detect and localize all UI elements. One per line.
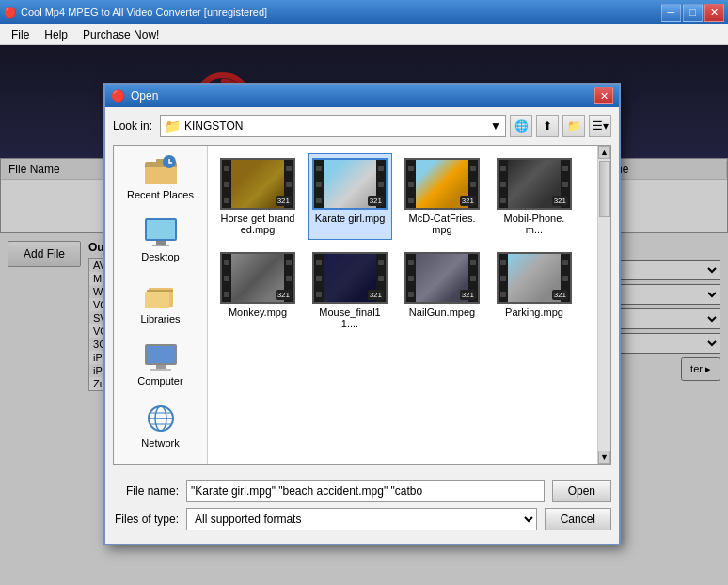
chevron-down-icon: ▼ bbox=[490, 119, 501, 133]
file-item-horse[interactable]: 321 Horse get branded.mpg bbox=[215, 153, 300, 240]
file-item-parking[interactable]: 321 Parking.mpg bbox=[492, 247, 577, 334]
app-close-button[interactable]: ✕ bbox=[704, 4, 724, 22]
file-name-label: File name: bbox=[113, 484, 179, 498]
app-icon: 🔴 bbox=[4, 7, 17, 19]
folder-icon: 📁 bbox=[165, 119, 181, 134]
nav-desktop[interactable]: Desktop bbox=[114, 208, 207, 270]
cancel-button[interactable]: Cancel bbox=[545, 508, 611, 530]
look-in-select[interactable]: 📁 KINGSTON ▼ bbox=[160, 115, 506, 137]
look-in-value: KINGSTON bbox=[184, 119, 243, 133]
file-item-nailgun[interactable]: 321 NailGun.mpeg bbox=[400, 247, 484, 334]
network-label: Network bbox=[141, 437, 179, 449]
svg-rect-15 bbox=[156, 365, 166, 369]
dialog-bottom: File name: Open Files of type: All suppo… bbox=[105, 472, 619, 544]
dialog-title: Open bbox=[131, 89, 158, 103]
dialog-icon: 🔴 bbox=[111, 89, 125, 103]
dialog-close-button[interactable]: ✕ bbox=[594, 87, 613, 104]
maximize-button[interactable]: □ bbox=[683, 4, 703, 22]
dialog-overlay: 🔴 Open ✕ Look in: 📁 KINGSTON ▼ bbox=[0, 45, 728, 585]
svg-rect-12 bbox=[147, 290, 173, 292]
file-item-mouse[interactable]: 321 Mouse_final11.... bbox=[308, 247, 392, 334]
file-thumbnail-mobil: 321 bbox=[497, 158, 572, 210]
svg-rect-7 bbox=[147, 220, 175, 239]
dialog-title-bar: 🔴 Open ✕ bbox=[105, 85, 619, 107]
recent-places-label: Recent Places bbox=[127, 189, 194, 200]
file-item-mcd[interactable]: 321 McD-CatFries.mpg bbox=[400, 153, 484, 240]
file-label-nailgun: NailGun.mpeg bbox=[409, 307, 475, 318]
title-bar: 🔴 Cool Mp4 MPEG to All Video Converter [… bbox=[0, 0, 728, 24]
file-label-mobil: Mobil-Phone.m... bbox=[497, 213, 572, 235]
file-name-input[interactable] bbox=[186, 480, 545, 502]
menu-file[interactable]: File bbox=[4, 26, 37, 43]
svg-rect-11 bbox=[145, 292, 169, 308]
nav-back-button[interactable]: 🌐 bbox=[510, 115, 532, 137]
file-thumbnail-mcd: 321 bbox=[404, 158, 480, 210]
nav-computer[interactable]: Computer bbox=[114, 332, 207, 394]
file-thumbnail-monkey: 321 bbox=[220, 252, 295, 304]
nav-libraries[interactable]: Libraries bbox=[114, 270, 207, 332]
file-item-monkey[interactable]: 321 Monkey.mpg bbox=[215, 247, 300, 334]
open-button[interactable]: Open bbox=[552, 480, 611, 502]
scrollbar-thumb[interactable] bbox=[599, 161, 610, 217]
file-thumbnail-nailgun: 321 bbox=[404, 252, 480, 304]
nav-network[interactable]: Network bbox=[114, 394, 207, 456]
files-of-type-select[interactable]: All supported formats bbox=[186, 508, 537, 530]
menu-bar: File Help Purchase Now! bbox=[0, 24, 728, 45]
scroll-down-button[interactable]: ▼ bbox=[598, 451, 610, 464]
app-title: Cool Mp4 MPEG to All Video Converter [un… bbox=[21, 7, 267, 18]
nav-recent-places[interactable]: Recent Places bbox=[114, 146, 207, 208]
file-label-karate: Karate girl.mpg bbox=[315, 213, 386, 224]
scroll-up-button[interactable]: ▲ bbox=[598, 146, 610, 159]
svg-rect-3 bbox=[145, 167, 177, 184]
file-label-horse: Horse get branded.mpg bbox=[220, 213, 295, 235]
nav-up-button[interactable]: ⬆ bbox=[536, 115, 559, 137]
svg-rect-8 bbox=[156, 241, 166, 245]
desktop-label: Desktop bbox=[141, 251, 179, 262]
file-label-mcd: McD-CatFries.mpg bbox=[404, 213, 480, 235]
file-item-mobil[interactable]: 321 Mobil-Phone.m... bbox=[492, 153, 577, 240]
files-of-type-row: Files of type: All supported formats Can… bbox=[113, 508, 611, 530]
svg-rect-9 bbox=[152, 245, 169, 246]
file-thumbnail-horse: 321 bbox=[220, 158, 295, 210]
file-browser: Recent Places Desktop Libr bbox=[113, 145, 611, 465]
file-label-parking: Parking.mpg bbox=[505, 307, 563, 318]
file-name-row: File name: Open bbox=[113, 480, 611, 502]
dialog-body: Look in: 📁 KINGSTON ▼ 🌐 ⬆ 📁 ☰▾ bbox=[105, 107, 619, 472]
look-in-label: Look in: bbox=[113, 119, 152, 133]
recent-places-icon bbox=[142, 153, 180, 187]
create-folder-button[interactable]: 📁 bbox=[562, 115, 585, 137]
computer-label: Computer bbox=[137, 375, 182, 387]
desktop-icon bbox=[142, 215, 180, 249]
file-grid: 321 Horse get branded.mpg 321 bbox=[208, 146, 597, 464]
file-thumbnail-karate: 321 bbox=[312, 158, 388, 210]
app-body: cool conveter File Name File Size File T… bbox=[0, 45, 728, 585]
libraries-label: Libraries bbox=[140, 313, 180, 324]
network-icon bbox=[142, 402, 180, 435]
file-nav-panel: Recent Places Desktop Libr bbox=[114, 146, 208, 464]
libraries-icon bbox=[142, 277, 180, 311]
open-dialog: 🔴 Open ✕ Look in: 📁 KINGSTON ▼ bbox=[103, 83, 621, 545]
minimize-button[interactable]: ─ bbox=[661, 4, 681, 22]
file-label-monkey: Monkey.mpg bbox=[229, 307, 287, 318]
svg-rect-16 bbox=[150, 369, 171, 371]
computer-icon bbox=[142, 340, 180, 373]
file-thumbnail-mouse: 321 bbox=[312, 252, 388, 304]
look-in-bar: Look in: 📁 KINGSTON ▼ 🌐 ⬆ 📁 ☰▾ bbox=[113, 115, 611, 137]
svg-rect-14 bbox=[147, 346, 175, 363]
menu-purchase[interactable]: Purchase Now! bbox=[75, 26, 166, 43]
menu-help[interactable]: Help bbox=[37, 26, 75, 43]
file-label-mouse: Mouse_final11.... bbox=[312, 307, 388, 329]
file-thumbnail-parking: 321 bbox=[497, 252, 572, 304]
file-item-karate[interactable]: 321 Karate girl.mpg bbox=[308, 153, 392, 240]
scrollbar-track[interactable]: ▲ ▼ bbox=[597, 146, 610, 464]
files-of-type-label: Files of type: bbox=[113, 513, 179, 526]
view-options-button[interactable]: ☰▾ bbox=[589, 115, 611, 137]
